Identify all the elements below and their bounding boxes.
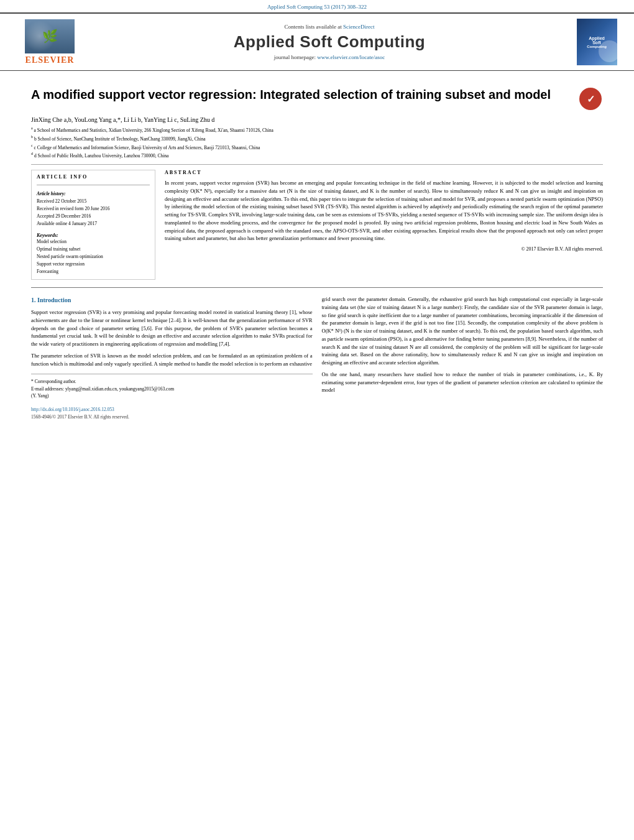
journal-homepage: journal homepage: www.elsevier.com/locat… bbox=[87, 54, 572, 60]
body-col-left: 1. Introduction Support vector regressio… bbox=[31, 295, 313, 420]
intro-heading: 1. Introduction bbox=[31, 295, 313, 305]
journal-center-info: Contents lists available at ScienceDirec… bbox=[87, 24, 572, 60]
article-info-panel: ARTICLE INFO Article history: Received 2… bbox=[31, 170, 155, 280]
info-divider bbox=[37, 185, 150, 185]
journal-reference: Applied Soft Computing 53 (2017) 308–322 bbox=[267, 4, 367, 10]
received1: Received 22 October 2015 bbox=[37, 198, 150, 205]
issn-line: 1568-4946/© 2017 Elsevier B.V. All right… bbox=[31, 413, 313, 420]
doi-line[interactable]: http://dx.doi.org/10.1016/j.asoc.2016.12… bbox=[31, 406, 313, 413]
logo-soft: Soft bbox=[592, 40, 601, 45]
keyword-2: Optimal training subset bbox=[37, 246, 150, 253]
divider-1 bbox=[31, 164, 603, 165]
affiliations: a a School of Mathematics and Statistics… bbox=[31, 126, 603, 159]
homepage-link[interactable]: www.elsevier.com/locate/asoc bbox=[317, 54, 385, 60]
intro-para-4: On the one hand, many researchers have s… bbox=[322, 371, 604, 394]
elsevier-logo-section: ELSEVIER bbox=[12, 19, 87, 65]
journal-header: ELSEVIER Contents lists available at Sci… bbox=[0, 12, 634, 71]
crossmark-badge[interactable]: ✓ bbox=[578, 86, 603, 111]
logo-applied: Applied bbox=[589, 36, 605, 40]
intro-para-2: The parameter selection of SVR is known … bbox=[31, 352, 313, 368]
body-col-right: grid search over the parameter domain. G… bbox=[322, 295, 604, 420]
available: Available online 4 January 2017 bbox=[37, 220, 150, 228]
keywords-section: Keywords: Model selection Optimal traini… bbox=[37, 233, 150, 275]
keyword-3: Nested particle swarm optimization bbox=[37, 253, 150, 261]
top-bar: Applied Soft Computing 53 (2017) 308–322 bbox=[0, 0, 634, 12]
intro-para-1: Support vector regression (SVR) is a ver… bbox=[31, 308, 313, 348]
keyword-4: Support vector regression bbox=[37, 261, 150, 268]
logo-circle-decor bbox=[599, 40, 617, 62]
section-divider bbox=[31, 287, 603, 288]
email-line: E-mail addresses: ylyang@mail.xidian.edu… bbox=[31, 385, 313, 392]
journal-logo-box: Applied Soft Computing bbox=[577, 19, 617, 65]
keywords-header: Keywords: bbox=[37, 233, 150, 238]
article-history: Article history: Received 22 October 201… bbox=[37, 190, 150, 228]
authors-line: JinXing Che a,b, YouLong Yang a,*, Li Li… bbox=[31, 116, 603, 123]
elsevier-wordmark: ELSEVIER bbox=[25, 55, 75, 65]
revised: Received in revised form 20 June 2016 bbox=[37, 205, 150, 213]
article-info-abstract-section: ARTICLE INFO Article history: Received 2… bbox=[31, 170, 603, 280]
history-label: Article history: bbox=[37, 190, 150, 198]
crossmark-icon: ✓ bbox=[579, 88, 602, 110]
keyword-5: Forecasting bbox=[37, 268, 150, 275]
main-content: A modified support vector regression: In… bbox=[0, 71, 634, 427]
article-info-box: ARTICLE INFO Article history: Received 2… bbox=[31, 170, 155, 280]
elsevier-logo-image bbox=[25, 19, 75, 53]
affiliation-a: a a School of Mathematics and Statistics… bbox=[31, 126, 603, 134]
logo-computing: Computing bbox=[587, 45, 607, 48]
contents-line: Contents lists available at ScienceDirec… bbox=[87, 24, 572, 30]
article-info-header: ARTICLE INFO bbox=[37, 174, 150, 180]
email-name: (Y. Yang) bbox=[31, 392, 313, 399]
abstract-section: ABSTRACT In recent years, support vector… bbox=[165, 170, 603, 280]
abstract-text: In recent years, support vector regressi… bbox=[165, 179, 603, 242]
paper-title: A modified support vector regression: In… bbox=[31, 86, 572, 103]
affiliation-c: c c College of Mathematics and Informati… bbox=[31, 143, 603, 151]
paper-title-section: A modified support vector regression: In… bbox=[31, 86, 603, 111]
body-content: 1. Introduction Support vector regressio… bbox=[31, 295, 603, 420]
paper-title-text: A modified support vector regression: In… bbox=[31, 86, 572, 103]
journal-logo-right: Applied Soft Computing bbox=[572, 19, 622, 65]
accepted: Accepted 29 December 2016 bbox=[37, 213, 150, 220]
corresponding-author: * Corresponding author. bbox=[31, 378, 313, 385]
affiliation-d: d d School of Public Health, Lanzhou Uni… bbox=[31, 151, 603, 159]
abstract-header: ABSTRACT bbox=[165, 170, 603, 175]
journal-title: Applied Soft Computing bbox=[87, 32, 572, 52]
copyright-line: © 2017 Elsevier B.V. All rights reserved… bbox=[165, 246, 603, 252]
footnote-section: * Corresponding author. E-mail addresses… bbox=[31, 374, 313, 420]
intro-para-3: grid search over the parameter domain. G… bbox=[322, 295, 604, 367]
affiliation-b: b b School of Science, NanChang Institut… bbox=[31, 134, 603, 142]
keyword-1: Model selection bbox=[37, 238, 150, 246]
sciencedirect-link[interactable]: ScienceDirect bbox=[343, 24, 374, 30]
